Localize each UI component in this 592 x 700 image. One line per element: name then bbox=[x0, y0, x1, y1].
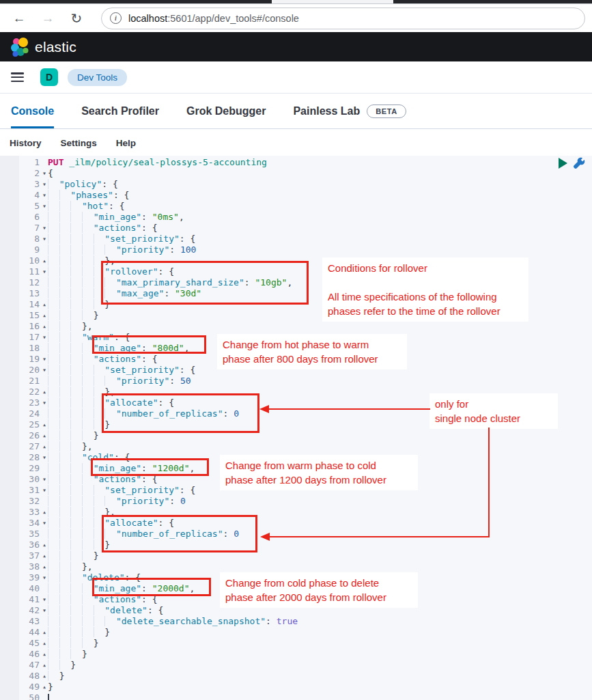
fold-toggle-icon[interactable]: ▴ bbox=[41, 419, 48, 430]
line-number: 38 bbox=[0, 561, 41, 572]
line-number: 2 bbox=[0, 168, 41, 179]
tab-search-profiler[interactable]: Search Profiler bbox=[81, 94, 159, 128]
fold-toggle-icon[interactable]: ▾ bbox=[41, 594, 48, 605]
line-number: 17 bbox=[0, 332, 41, 343]
fold-spacer bbox=[41, 157, 48, 168]
fold-spacer bbox=[41, 212, 48, 223]
code-line: 18 "min_age": "800d", bbox=[0, 343, 592, 354]
send-request-icon[interactable] bbox=[559, 158, 567, 169]
code-line: 33▴ }, bbox=[0, 507, 592, 518]
back-button[interactable]: ← bbox=[11, 11, 27, 26]
fold-toggle-icon[interactable]: ▴ bbox=[41, 561, 48, 572]
code-text: "actions": { bbox=[48, 474, 158, 485]
fold-toggle-icon[interactable]: ▾ bbox=[41, 605, 48, 616]
code-line: 24 "number_of_replicas": 0 bbox=[0, 408, 592, 419]
code-line: 35 "number_of_replicas": 0 bbox=[0, 529, 592, 540]
forward-button[interactable]: → bbox=[40, 11, 56, 26]
url-bar[interactable]: i localhost:5601/app/dev_tools#/console bbox=[101, 8, 585, 29]
breadcrumb[interactable]: Dev Tools bbox=[68, 69, 127, 86]
fold-toggle-icon[interactable]: ▴ bbox=[41, 310, 48, 321]
menu-settings[interactable]: Settings bbox=[61, 138, 97, 148]
menu-help[interactable]: Help bbox=[116, 138, 136, 148]
fold-toggle-icon[interactable]: ▴ bbox=[41, 627, 48, 638]
line-number: 21 bbox=[0, 376, 41, 387]
fold-toggle-icon[interactable]: ▾ bbox=[41, 518, 48, 529]
fold-toggle-icon[interactable]: ▴ bbox=[41, 299, 48, 310]
line-number: 47 bbox=[0, 660, 41, 671]
space-badge[interactable]: D bbox=[40, 68, 58, 86]
fold-toggle-icon[interactable]: ▴ bbox=[41, 441, 48, 452]
fold-toggle-icon[interactable]: ▾ bbox=[41, 572, 48, 583]
fold-toggle-icon[interactable]: ▴ bbox=[41, 430, 48, 441]
fold-toggle-icon[interactable]: ▴ bbox=[41, 550, 48, 561]
fold-spacer bbox=[41, 463, 48, 474]
request-actions bbox=[559, 156, 586, 170]
fold-toggle-icon[interactable]: ▴ bbox=[41, 507, 48, 518]
line-number: 12 bbox=[0, 277, 41, 288]
fold-toggle-icon[interactable]: ▾ bbox=[41, 179, 48, 190]
line-number: 36 bbox=[0, 540, 41, 550]
code-text: "number_of_replicas": 0 bbox=[48, 529, 239, 540]
wrench-icon[interactable] bbox=[572, 156, 586, 170]
code-line: 39▾ "delete": { bbox=[0, 572, 592, 583]
fold-toggle-icon[interactable]: ▴ bbox=[41, 682, 48, 692]
line-number: 10 bbox=[0, 255, 41, 266]
code-line: 41▾ "actions": { bbox=[0, 594, 592, 605]
tab-grok-debugger[interactable]: Grok Debugger bbox=[186, 94, 266, 128]
fold-spacer bbox=[41, 277, 48, 288]
fold-toggle-icon[interactable]: ▾ bbox=[41, 365, 48, 376]
code-text: "allocate": { bbox=[48, 518, 174, 529]
fold-toggle-icon[interactable]: ▾ bbox=[41, 234, 48, 244]
fold-toggle-icon[interactable]: ▾ bbox=[41, 168, 48, 179]
code-text: "max_primary_shard_size": "10gb", bbox=[48, 277, 292, 288]
line-number: 28 bbox=[0, 452, 41, 463]
fold-toggle-icon[interactable]: ▾ bbox=[41, 190, 48, 201]
fold-toggle-icon[interactable]: ▾ bbox=[41, 485, 48, 496]
code-line: 45▴ } bbox=[0, 638, 592, 649]
elastic-logo-icon[interactable] bbox=[11, 37, 29, 57]
code-text: "warm": { bbox=[48, 332, 130, 343]
fold-toggle-icon[interactable]: ▾ bbox=[41, 332, 48, 343]
tab-painless-lab[interactable]: Painless LabBETA bbox=[293, 94, 406, 128]
site-info-icon[interactable]: i bbox=[110, 12, 122, 24]
console-editor[interactable]: 1PUT _ilm/policy/seal-plossys-5-accounti… bbox=[0, 156, 592, 700]
line-number: 20 bbox=[0, 365, 41, 376]
code-line: 21 "priority": 50 bbox=[0, 376, 592, 387]
fold-toggle-icon[interactable]: ▴ bbox=[41, 638, 48, 649]
fold-toggle-icon[interactable]: ▴ bbox=[41, 387, 48, 397]
app-bar: D Dev Tools bbox=[0, 61, 592, 94]
line-number: 32 bbox=[0, 496, 41, 507]
code-line: 5▾ "hot": { bbox=[0, 201, 592, 212]
fold-toggle-icon[interactable]: ▾ bbox=[41, 266, 48, 277]
fold-spacer bbox=[41, 496, 48, 507]
fold-toggle-icon[interactable]: ▴ bbox=[41, 255, 48, 266]
fold-toggle-icon[interactable]: ▾ bbox=[41, 201, 48, 212]
line-number: 16 bbox=[0, 321, 41, 332]
fold-toggle-icon[interactable]: ▴ bbox=[41, 649, 48, 660]
line-number: 6 bbox=[0, 212, 41, 223]
line-number: 24 bbox=[0, 408, 41, 419]
fold-toggle-icon[interactable]: ▴ bbox=[41, 540, 48, 550]
line-number: 19 bbox=[0, 354, 41, 365]
code-text: "priority": 0 bbox=[48, 496, 186, 507]
line-number: 49 bbox=[0, 682, 41, 692]
fold-toggle-icon[interactable]: ▾ bbox=[41, 223, 48, 234]
fold-toggle-icon[interactable]: ▴ bbox=[41, 660, 48, 671]
fold-toggle-icon[interactable]: ▾ bbox=[41, 354, 48, 365]
menu-hamburger-icon[interactable] bbox=[11, 72, 24, 82]
tab-console[interactable]: Console bbox=[11, 94, 54, 128]
code-text: "set_priority": { bbox=[48, 234, 195, 244]
fold-spacer bbox=[41, 288, 48, 299]
menu-history[interactable]: History bbox=[10, 138, 42, 148]
fold-toggle-icon[interactable]: ▾ bbox=[41, 397, 48, 408]
code-text: } bbox=[48, 638, 98, 649]
elastic-header: elastic bbox=[0, 32, 592, 61]
fold-toggle-icon[interactable]: ▴ bbox=[41, 321, 48, 332]
fold-toggle-icon[interactable]: ▾ bbox=[41, 474, 48, 485]
console-menu: History Settings Help bbox=[0, 129, 592, 156]
code-text: "policy": { bbox=[48, 179, 118, 190]
reload-button[interactable]: ↻ bbox=[68, 10, 85, 27]
fold-toggle-icon[interactable]: ▾ bbox=[41, 452, 48, 463]
fold-toggle-icon[interactable]: ▴ bbox=[41, 671, 48, 682]
code-text: "delete_searchable_snapshot": true bbox=[48, 616, 298, 627]
